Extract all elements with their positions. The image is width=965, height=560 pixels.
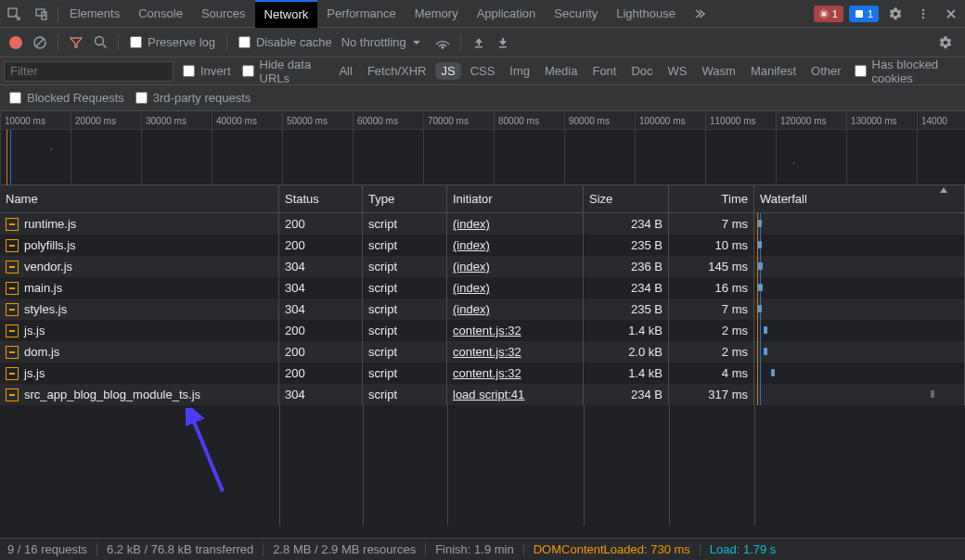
preserve-log-checkbox[interactable]: Preserve log: [130, 35, 215, 49]
status-bar: 9 / 16 requests 6.2 kB / 76.8 kB transfe…: [0, 538, 965, 560]
inspect-icon[interactable]: [0, 0, 28, 28]
request-waterfall: [754, 384, 965, 405]
request-row[interactable]: js.js200scriptcontent.js:321.4 kB2 ms: [0, 320, 965, 341]
timeline-tick: 100000 ms: [635, 111, 705, 130]
js-file-icon: [6, 282, 19, 295]
js-file-icon: [6, 325, 19, 337]
filter-pill-doc[interactable]: Doc: [625, 62, 658, 80]
filter-pill-img[interactable]: Img: [504, 62, 535, 80]
request-time: 145 ms: [669, 256, 754, 277]
tab-console[interactable]: Console: [129, 0, 192, 28]
request-waterfall: [754, 235, 965, 256]
tab-performance[interactable]: Performance: [317, 0, 405, 28]
request-waterfall: [754, 256, 965, 277]
request-name: styles.js: [24, 302, 67, 316]
request-initiator[interactable]: (index): [453, 260, 490, 274]
col-type[interactable]: Type: [363, 185, 447, 212]
tab-security[interactable]: Security: [545, 0, 607, 28]
network-settings-icon[interactable]: [933, 31, 958, 55]
info-badge[interactable]: 1: [849, 6, 879, 22]
filter-pill-fetchxhr[interactable]: Fetch/XHR: [362, 62, 432, 80]
col-initiator[interactable]: Initiator: [447, 185, 584, 212]
blocked-requests-checkbox[interactable]: Blocked Requests: [9, 91, 124, 105]
filter-pill-manifest[interactable]: Manifest: [745, 62, 802, 80]
clear-icon[interactable]: [28, 31, 52, 55]
filter-pill-media[interactable]: Media: [539, 62, 583, 80]
request-row[interactable]: styles.js304script(index)235 B7 ms: [0, 299, 965, 320]
invert-checkbox[interactable]: Invert: [183, 64, 231, 78]
record-button[interactable]: [4, 31, 28, 55]
gear-icon[interactable]: [881, 0, 909, 28]
request-initiator[interactable]: (index): [453, 281, 490, 295]
request-row[interactable]: dom.js200scriptcontent.js:322.0 kB2 ms: [0, 341, 965, 363]
request-status: 304: [279, 256, 363, 277]
tab-application[interactable]: Application: [468, 0, 546, 28]
third-party-checkbox[interactable]: 3rd-party requests: [135, 91, 251, 105]
request-initiator[interactable]: content.js:32: [453, 324, 521, 337]
overview-timeline[interactable]: 10000 ms20000 ms30000 ms40000 ms50000 ms…: [0, 111, 965, 185]
request-time: 10 ms: [669, 235, 754, 256]
col-name[interactable]: Name: [0, 185, 279, 212]
request-initiator[interactable]: content.js:32: [453, 345, 521, 359]
request-row[interactable]: js.js200scriptcontent.js:321.4 kB4 ms: [0, 363, 965, 384]
network-request-list[interactable]: runtime.js200script(index)234 B7 mspolyf…: [0, 213, 965, 527]
disable-cache-checkbox[interactable]: Disable cache: [238, 35, 332, 49]
request-time: 7 ms: [669, 213, 754, 235]
throttling-select[interactable]: No throttling: [341, 35, 421, 49]
tab-memory[interactable]: Memory: [405, 0, 468, 28]
device-toggle-icon[interactable]: [28, 0, 56, 28]
request-row[interactable]: vendor.js304script(index)236 B145 ms: [0, 256, 965, 277]
request-row[interactable]: src_app_blog_blog_module_ts.js304scriptl…: [0, 384, 965, 405]
kebab-menu-icon[interactable]: [909, 0, 937, 28]
filter-pill-wasm[interactable]: Wasm: [697, 62, 741, 80]
close-icon[interactable]: [937, 0, 965, 28]
request-time: 7 ms: [669, 299, 754, 320]
request-initiator[interactable]: (index): [453, 238, 490, 252]
col-time[interactable]: Time: [669, 185, 754, 212]
request-row[interactable]: runtime.js200script(index)234 B7 ms: [0, 213, 965, 235]
request-name: main.js: [24, 281, 62, 295]
filter-pill-all[interactable]: All: [333, 62, 357, 80]
throttling-value: No throttling: [341, 35, 406, 49]
filter-pill-ws[interactable]: WS: [663, 62, 693, 80]
network-conditions-icon[interactable]: [431, 31, 455, 55]
request-initiator[interactable]: (index): [453, 302, 490, 316]
search-icon[interactable]: [88, 31, 112, 55]
tab-network[interactable]: Network: [255, 0, 318, 28]
filter-pill-css[interactable]: CSS: [465, 62, 501, 80]
svg-point-9: [95, 37, 103, 45]
request-type: script: [363, 299, 447, 320]
tab-lighthouse[interactable]: Lighthouse: [607, 0, 685, 28]
request-initiator[interactable]: content.js:32: [453, 366, 521, 380]
request-status: 304: [279, 299, 363, 320]
col-size[interactable]: Size: [584, 185, 669, 212]
request-initiator[interactable]: load script:41: [453, 388, 524, 401]
annotation-arrow: [186, 408, 241, 501]
request-waterfall: [754, 277, 965, 299]
svg-rect-12: [499, 46, 507, 48]
request-initiator[interactable]: (index): [453, 217, 490, 231]
request-name: js.js: [24, 324, 45, 337]
hide-data-urls-checkbox[interactable]: Hide data URLs: [242, 57, 327, 85]
filter-input[interactable]: [4, 61, 174, 82]
request-time: 317 ms: [669, 384, 754, 405]
filter-pill-js[interactable]: JS: [435, 62, 460, 80]
col-status[interactable]: Status: [279, 185, 363, 212]
filter-icon[interactable]: [64, 31, 88, 55]
request-type: script: [363, 213, 447, 235]
download-har-icon[interactable]: [491, 31, 515, 55]
filter-bar-2: Blocked Requests 3rd-party requests: [0, 85, 965, 111]
error-badge[interactable]: 1: [814, 6, 843, 22]
tab-elements[interactable]: Elements: [60, 0, 129, 28]
request-status: 200: [279, 235, 363, 256]
filter-pill-other[interactable]: Other: [805, 62, 847, 80]
tab-sources[interactable]: Sources: [192, 0, 255, 28]
more-tabs-icon[interactable]: [685, 0, 713, 28]
request-row[interactable]: polyfills.js200script(index)235 B10 ms: [0, 235, 965, 256]
upload-har-icon[interactable]: [467, 31, 491, 55]
request-row[interactable]: main.js304script(index)234 B16 ms: [0, 277, 965, 299]
filter-pill-font[interactable]: Font: [586, 62, 622, 80]
col-waterfall[interactable]: Waterfall: [754, 185, 965, 212]
has-blocked-cookies-checkbox[interactable]: Has blocked cookies: [855, 57, 959, 85]
js-file-icon: [6, 261, 19, 274]
